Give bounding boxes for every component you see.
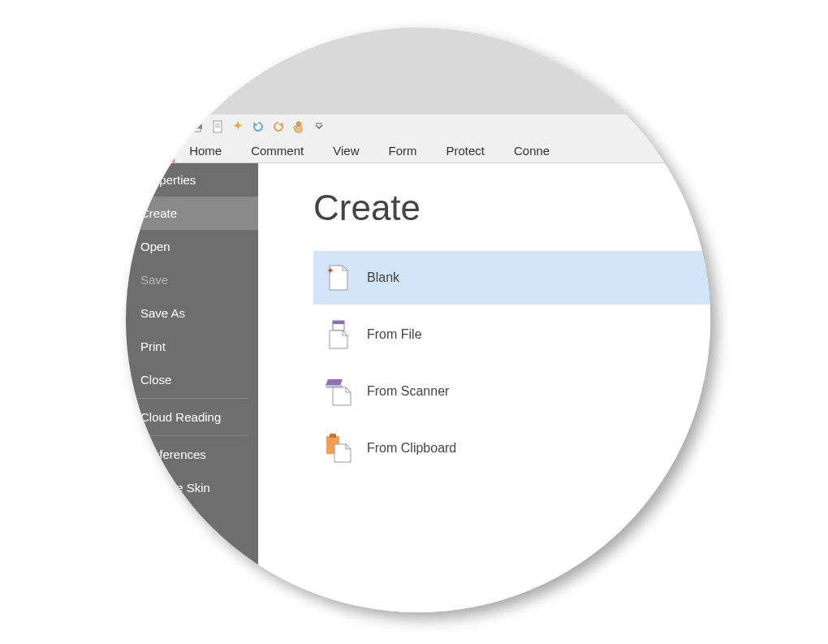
sidebar-item-close[interactable]: Close (126, 363, 258, 396)
tab-connect[interactable]: Conne (499, 139, 564, 162)
svg-rect-0 (171, 121, 183, 132)
open-file-icon[interactable] (148, 118, 166, 136)
create-option-blank[interactable]: Blank (313, 251, 710, 305)
sidebar-item-properties[interactable]: Properties (126, 163, 258, 197)
sidebar-item-open[interactable]: Open (126, 230, 258, 263)
tab-view[interactable]: View (318, 139, 373, 162)
sidebar-item-change-skin[interactable]: Change Skin (126, 471, 258, 504)
sidebar-item-save: Save (126, 263, 258, 296)
redo-icon[interactable] (270, 118, 287, 136)
sidebar-item-preferences[interactable]: Preferences (126, 438, 258, 471)
create-option-from-clipboard[interactable]: From Clipboard (313, 421, 710, 475)
from-scanner-icon (325, 376, 352, 407)
create-panel: Create Blank (258, 163, 710, 612)
blank-page-icon (325, 262, 352, 293)
save-icon[interactable] (168, 118, 186, 136)
file-sidebar: Properties Create Open Save Save As Prin… (126, 163, 258, 612)
new-spark-icon[interactable] (229, 118, 247, 136)
option-label: From File (367, 327, 422, 342)
print-icon[interactable] (188, 118, 206, 136)
undo-icon[interactable] (249, 118, 267, 136)
sidebar-divider (136, 435, 248, 436)
svg-rect-1 (174, 122, 180, 126)
panel-title: Create (313, 188, 710, 228)
create-option-from-scanner[interactable]: From Scanner (313, 365, 710, 418)
svg-rect-11 (333, 321, 344, 324)
app-logo-icon: G (127, 118, 145, 136)
tab-form[interactable]: Form (373, 139, 431, 162)
option-label: From Clipboard (367, 441, 456, 456)
hand-tool-icon[interactable] (290, 118, 308, 136)
quick-access-toolbar: G (126, 115, 710, 139)
create-option-from-file[interactable]: From File (313, 308, 710, 361)
option-label: Blank (367, 270, 399, 285)
sidebar-divider (136, 398, 248, 399)
svg-rect-2 (174, 128, 180, 132)
tab-comment[interactable]: Comment (236, 139, 318, 162)
svg-rect-14 (330, 434, 336, 438)
from-file-icon (325, 319, 352, 350)
sidebar-item-create[interactable]: Create (126, 197, 258, 230)
page-icon[interactable] (209, 118, 226, 136)
from-clipboard-icon (325, 433, 352, 464)
tab-protect[interactable]: Protect (431, 139, 499, 162)
sidebar-item-print[interactable]: Print (126, 330, 258, 363)
option-label: From Scanner (367, 384, 449, 399)
sidebar-item-save-as[interactable]: Save As (126, 296, 258, 330)
svg-rect-5 (194, 128, 201, 132)
tab-home[interactable]: Home (175, 139, 236, 162)
dropdown-chevron-icon[interactable] (310, 118, 328, 136)
svg-rect-4 (194, 122, 201, 125)
menubar: File Home Comment View Form Protect Conn… (126, 139, 710, 163)
tab-file[interactable]: File (126, 139, 175, 162)
sidebar-item-cloud-reading[interactable]: Cloud Reading (126, 400, 258, 434)
